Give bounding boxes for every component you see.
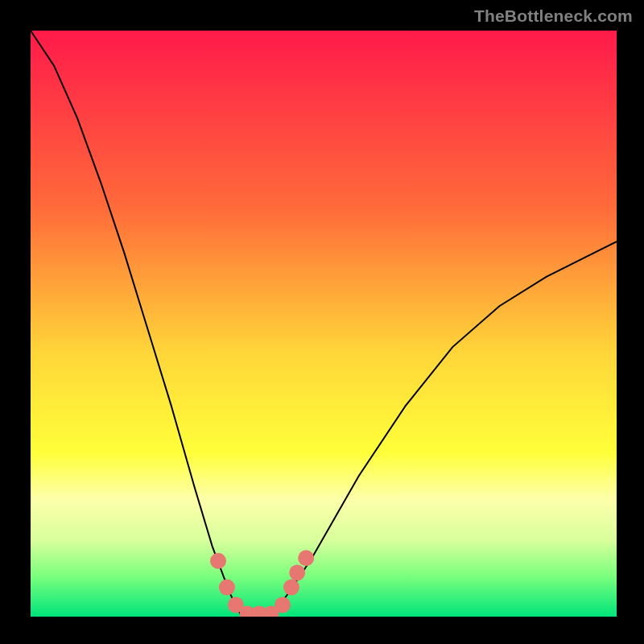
plot-area xyxy=(31,31,617,617)
chart-frame: TheBottleneck.com xyxy=(0,0,644,644)
curve-marker xyxy=(283,580,299,596)
curve-marker xyxy=(298,550,314,566)
chart-background xyxy=(31,31,617,617)
bottleneck-chart xyxy=(31,31,617,617)
curve-marker xyxy=(219,580,235,596)
watermark-text: TheBottleneck.com xyxy=(474,6,633,26)
curve-marker xyxy=(275,597,291,613)
curve-marker xyxy=(210,553,226,569)
curve-marker xyxy=(289,564,305,580)
